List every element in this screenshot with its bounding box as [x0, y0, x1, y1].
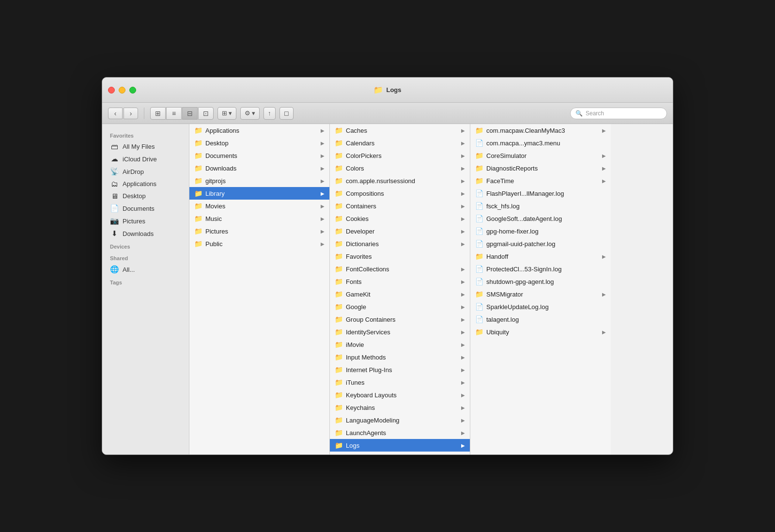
list-item[interactable]: 📁 SMSMigrator ▶ [470, 288, 611, 300]
list-item[interactable]: 📁 Public ▶ [189, 237, 329, 250]
list-item[interactable]: 📁 Colors ▶ [330, 162, 470, 174]
list-item[interactable]: 📁 GameKit ▶ [330, 288, 470, 300]
list-item-selected[interactable]: 📁 Logs ▶ [330, 439, 470, 452]
list-item[interactable]: 📄 com.macpa...ymac3.menu [470, 137, 611, 149]
list-item[interactable]: 📁 LaunchAgents ▶ [330, 426, 470, 439]
list-item[interactable]: 📁 Fonts ▶ [330, 275, 470, 288]
list-item[interactable]: 📁 com.apple.nsurlsessiond ▶ [330, 174, 470, 187]
list-item[interactable]: 📁 ColorPickers ▶ [330, 149, 470, 162]
search-icon: 🔍 [575, 110, 583, 117]
arrow-icon: ▶ [461, 304, 465, 310]
list-item[interactable]: 📁 Cookies ▶ [330, 212, 470, 225]
list-item[interactable]: 📄 SparkleUpdateLog.log [470, 300, 611, 313]
list-item[interactable]: 📁 Handoff ▶ [470, 250, 611, 263]
sidebar-item-documents[interactable]: 📄 Documents [102, 202, 189, 215]
item-name: FaceTime [486, 177, 600, 185]
list-item[interactable]: 📄 FlashPlayerI...llManager.log [470, 187, 611, 200]
list-item[interactable]: 📁 Containers ▶ [330, 200, 470, 212]
list-item[interactable]: 📁 Compositions ▶ [330, 187, 470, 200]
sidebar-item-desktop[interactable]: 🖥 Desktop [102, 190, 189, 202]
sidebar-item-pictures[interactable]: 📷 Pictures [102, 215, 189, 227]
sidebar-item-downloads[interactable]: ⬇ Downloads [102, 227, 189, 240]
list-item[interactable]: 📄 gpgmail-uuid-patcher.log [470, 237, 611, 250]
title-folder-icon: 📁 [373, 85, 383, 94]
list-item[interactable]: 📁 Downloads ▶ [189, 162, 329, 174]
list-item[interactable]: 📄 shutdown-gpg-agent.log [470, 275, 611, 288]
sidebar-item-all-shared[interactable]: 🌐 All... [102, 263, 189, 276]
list-item[interactable]: 📄 ProtectedCl...53-SignIn.log [470, 263, 611, 275]
view-icon-btn[interactable]: ⊞ [150, 107, 166, 120]
view-column-btn[interactable]: ⊟ [182, 107, 198, 120]
list-item[interactable]: 📁 Developer ▶ [330, 225, 470, 237]
item-name: LanguageModeling [346, 417, 459, 424]
view-list-btn[interactable]: ≡ [166, 107, 182, 120]
folder-icon: 📁 [335, 152, 343, 159]
list-item[interactable]: 📁 Input Methods ▶ [330, 351, 470, 363]
minimize-button[interactable] [119, 87, 125, 94]
list-item[interactable]: 📄 gpg-home-fixer.log [470, 225, 611, 237]
toolbar: ‹ › ⊞ ≡ ⊟ ⊡ ⊞ ▾ ⚙ ▾ [102, 103, 673, 124]
list-item-selected[interactable]: 📁 Library ▶ [189, 187, 329, 200]
forward-button[interactable]: › [124, 108, 138, 119]
list-item[interactable]: 📁 FontCollections ▶ [330, 263, 470, 275]
search-box[interactable]: 🔍 Search [570, 108, 667, 119]
applications-icon: 🗂 [110, 180, 119, 188]
list-item[interactable]: 📁 Group Containers ▶ [330, 313, 470, 326]
list-item[interactable]: 📁 Movies ▶ [189, 200, 329, 212]
item-name: gpg-home-fixer.log [486, 228, 606, 235]
sidebar-item-all-my-files[interactable]: 🗃 All My Files [102, 141, 189, 153]
list-item[interactable]: 📁 LanguageModeling ▶ [330, 414, 470, 426]
share-button[interactable]: ↑ [264, 107, 276, 120]
action-button[interactable]: ⚙ ▾ [240, 107, 260, 120]
back-button[interactable]: ‹ [108, 108, 123, 119]
folder-icon: 📁 [335, 240, 343, 248]
item-name: iTunes [346, 379, 459, 386]
sidebar-item-airdrop[interactable]: 📡 AirDrop [102, 165, 189, 178]
arrow-icon: ▶ [461, 317, 465, 322]
list-item[interactable]: 📁 Caches ▶ [330, 124, 470, 137]
list-item[interactable]: 📁 Calendars ▶ [330, 137, 470, 149]
list-item[interactable]: 📁 Pictures ▶ [189, 225, 329, 237]
list-item[interactable]: 📁 Music ▶ [189, 212, 329, 225]
list-item[interactable]: 📁 Google ▶ [330, 300, 470, 313]
folder-icon: 📁 [335, 416, 343, 424]
list-item[interactable]: 📁 IdentityServices ▶ [330, 326, 470, 338]
column-1: 📁 Applications ▶ 📁 Desktop ▶ 📁 Documents… [189, 124, 330, 454]
list-item[interactable]: 📄 fsck_hfs.log [470, 200, 611, 212]
sidebar-item-label: Desktop [123, 192, 146, 200]
list-item[interactable]: 📄 GoogleSoft...dateAgent.log [470, 212, 611, 225]
list-item[interactable]: 📁 FaceTime ▶ [470, 174, 611, 187]
list-item[interactable]: 📁 Ubiquity ▶ [470, 326, 611, 338]
folder-icon: 📁 [335, 215, 343, 222]
list-item[interactable]: 📁 Applications ▶ [189, 124, 329, 137]
list-item[interactable]: 📁 iMovie ▶ [330, 338, 470, 351]
folder-icon: 📁 [335, 252, 343, 260]
arrange-button[interactable]: ⊞ ▾ [217, 107, 236, 120]
list-item[interactable]: 📁 Favorites [330, 250, 470, 263]
view-cover-btn[interactable]: ⊡ [198, 107, 214, 120]
list-item[interactable]: 📁 Internet Plug-Ins ▶ [330, 363, 470, 376]
gear-icon: ⚙ [245, 110, 250, 117]
list-item[interactable]: 📁 iTunes ▶ [330, 376, 470, 389]
list-item[interactable]: 📁 com.macpaw.CleanMyMac3 ▶ [470, 124, 611, 137]
sidebar-item-icloud[interactable]: ☁ iCloud Drive [102, 153, 189, 165]
list-item[interactable]: 📁 DiagnosticReports ▶ [470, 162, 611, 174]
arrow-icon: ▶ [321, 128, 325, 133]
arrow-icon: ▶ [602, 254, 606, 259]
list-item[interactable]: 📄 talagent.log [470, 313, 611, 326]
item-name: Cookies [346, 215, 459, 222]
sidebar-item-applications[interactable]: 🗂 Applications [102, 178, 189, 190]
list-item[interactable]: 📁 Desktop ▶ [189, 137, 329, 149]
list-item[interactable]: 📁 gitprojs ▶ [189, 174, 329, 187]
list-item[interactable]: 📁 Dictionaries ▶ [330, 237, 470, 250]
list-item[interactable]: 📁 CoreSimulator ▶ [470, 149, 611, 162]
list-item[interactable]: 📁 Keyboard Layouts ▶ [330, 389, 470, 401]
close-button[interactable] [108, 87, 115, 94]
arrow-icon: ▶ [602, 166, 606, 171]
tag-button[interactable]: ◻ [279, 107, 294, 120]
list-item[interactable]: 📁 Documents ▶ [189, 149, 329, 162]
maximize-button[interactable] [129, 87, 136, 94]
list-item[interactable]: 📁 Keychains ▶ [330, 401, 470, 414]
arrow-icon: ▶ [321, 166, 325, 171]
item-name: Compositions [346, 190, 459, 197]
